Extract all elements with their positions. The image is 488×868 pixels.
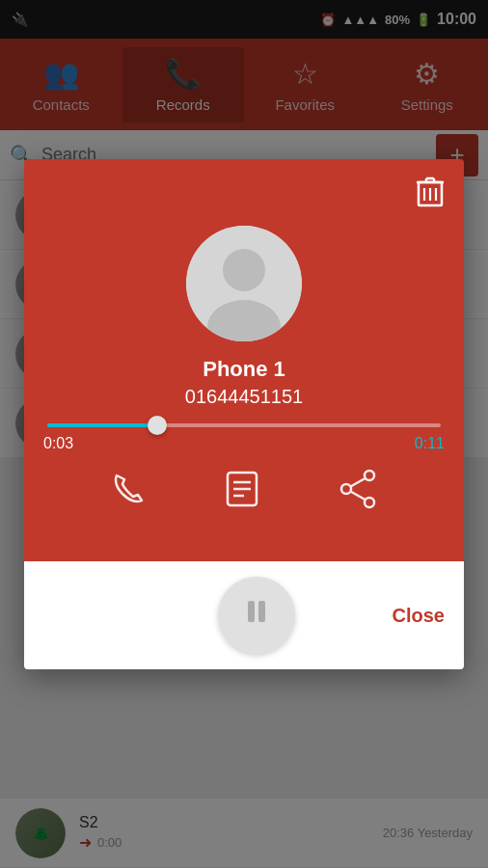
svg-point-15 xyxy=(365,471,374,480)
modal-overlay: Phone 1 01644451151 0:03 0:11 xyxy=(0,0,488,868)
playback-modal: Phone 1 01644451151 0:03 0:11 xyxy=(24,159,464,669)
modal-bottom-inner: Close xyxy=(43,577,445,654)
progress-track xyxy=(47,423,441,427)
contact-avatar-wrap xyxy=(43,226,445,341)
progress-fill xyxy=(47,423,157,427)
svg-rect-20 xyxy=(248,601,255,622)
progress-bar[interactable] xyxy=(43,423,445,427)
progress-thumb[interactable] xyxy=(148,416,167,435)
modal-actions xyxy=(43,452,445,538)
modal-top: Phone 1 01644451151 0:03 0:11 xyxy=(24,159,464,561)
contact-name: Phone 1 xyxy=(43,357,445,382)
progress-times: 0:03 0:11 xyxy=(43,435,445,452)
modal-bottom: Close xyxy=(24,561,464,669)
time-total: 0:11 xyxy=(415,435,445,452)
call-button[interactable] xyxy=(109,470,148,517)
delete-icon[interactable] xyxy=(416,175,445,214)
svg-rect-21 xyxy=(258,601,265,622)
pause-button[interactable] xyxy=(218,577,295,654)
contact-number: 01644451151 xyxy=(43,386,445,408)
delete-button-row xyxy=(43,175,445,214)
svg-line-19 xyxy=(351,492,366,501)
contact-avatar xyxy=(186,226,302,341)
note-button[interactable] xyxy=(221,468,263,519)
close-button[interactable]: Close xyxy=(393,605,445,627)
svg-point-9 xyxy=(223,249,265,291)
svg-point-17 xyxy=(341,484,351,494)
pause-icon xyxy=(242,597,271,634)
svg-line-18 xyxy=(351,478,366,487)
time-elapsed: 0:03 xyxy=(43,435,73,452)
svg-point-16 xyxy=(365,498,374,507)
share-button[interactable] xyxy=(337,468,379,519)
